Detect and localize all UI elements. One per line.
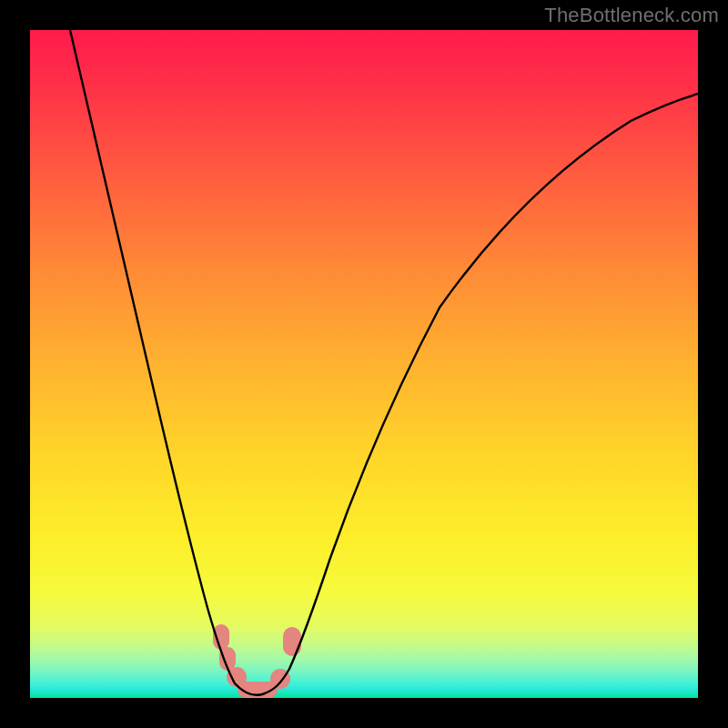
bottleneck-curve-path: [70, 30, 698, 695]
watermark-text: TheBottleneck.com: [544, 4, 719, 27]
curve-svg: [30, 30, 698, 698]
plot-area: [30, 30, 698, 698]
frame: TheBottleneck.com: [0, 0, 728, 728]
